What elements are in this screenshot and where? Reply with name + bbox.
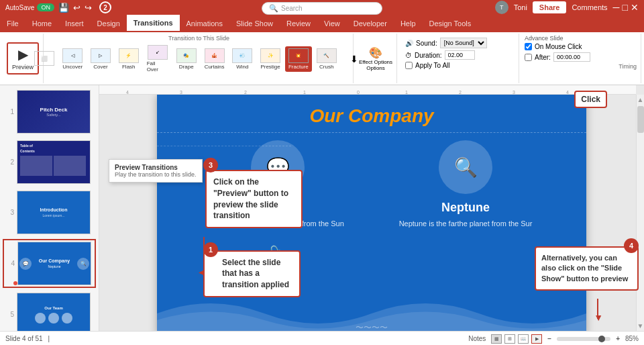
tab-review[interactable]: Review [280,15,317,32]
tab-design-tools[interactable]: Design Tools [423,15,478,32]
step1-text: Select the slide that has a transition a… [203,250,301,297]
title-bar-right: T Toni Share Comments ─ □ ✕ [495,1,639,14]
tab-animations[interactable]: Animations [180,15,229,32]
transition-fracture-label: Fracture [288,64,309,70]
slide-count: Slide 4 of 51 [5,335,43,342]
tab-file[interactable]: File [0,15,25,32]
transition-flash-icon: ⚡ [119,48,139,63]
preview-label: Preview [12,64,34,70]
scroll-thumb[interactable] [637,106,644,133]
duration-input[interactable] [445,50,475,60]
mouse-click-label: On Mouse Click [535,43,582,50]
notes-button[interactable]: Notes [468,335,486,342]
apply-all-checkbox[interactable] [405,62,413,69]
share-button[interactable]: Share [533,1,567,13]
toolbar-icon-undo[interactable]: ↩ [73,3,80,13]
tab-help[interactable]: Help [394,15,423,32]
sound-select[interactable]: [No Sound] [440,38,487,48]
transition-flash-label: Flash [122,64,136,70]
vertical-scrollbar[interactable]: ▲ ▼ [636,95,644,331]
comments-button[interactable]: Comments [572,3,607,11]
transition-fallover[interactable]: ↙ Fall Over [144,43,172,75]
autosave-state[interactable]: ON [37,3,54,11]
tab-insert[interactable]: Insert [58,15,91,32]
slide-thumb-2[interactable]: 2 Table of Contents [3,138,96,186]
tab-developer[interactable]: Developer [347,15,394,32]
transition-curtains-label: Curtains [205,64,225,70]
transition-crush[interactable]: 🔨 Crush [313,46,340,72]
tab-slideshow[interactable]: Slide Show [229,15,280,32]
normal-view-icon[interactable]: ▦ [491,334,502,344]
slide-thumb-5[interactable]: 5 Our Team [3,291,96,331]
zoom-slider[interactable] [557,337,610,341]
slide-sorter-icon[interactable]: ⊞ [504,334,515,344]
scroll-up-arrow[interactable]: ▲ [637,95,644,105]
transition-prestige[interactable]: ✨ Prestige [257,46,284,72]
step4-annotation: 4 Alternatively, you can also click on t… [535,241,639,291]
reading-view-icon[interactable]: 📖 [518,334,529,344]
transition-wind[interactable]: 💨 Wind [229,46,256,72]
transition-fallover-icon: ↙ [148,45,168,60]
transition-fracture[interactable]: 💥 Fracture [285,46,312,72]
slide-thumb-1[interactable]: 1 Pitch Deck Safety... [3,88,96,136]
transition-prestige-icon: ✨ [260,48,280,63]
after-checkbox[interactable] [525,54,532,61]
slide-image-4: 💬 Our Company Neptune 🔍 [17,242,91,285]
step3-badge: 3 [203,158,218,172]
tab-view[interactable]: View [317,15,347,32]
step4-arrow-head: ▼ [594,312,603,323]
preview-tooltip-subtitle: Play the transition to this slide. [115,171,197,178]
slide-image-1: Pitch Deck Safety... [17,90,91,134]
maximize-icon[interactable]: □ [623,2,628,13]
view-icons: ▦ ⊞ 📖 ▶ [491,334,542,344]
slide-image-2: Table of Contents [17,140,91,184]
mouse-click-checkbox[interactable] [525,43,532,50]
toolbar-icon-redo[interactable]: ↪ [85,3,92,13]
transition-none[interactable]: ⬜ [32,49,58,68]
transition-cover-icon: ▷ [91,48,111,63]
after-input[interactable] [553,52,590,62]
ruler: 4 3 2 1 0 1 2 3 4 [99,85,636,95]
transition-cover[interactable]: ▷ Cover [87,46,114,72]
user-name: Toni [514,3,527,11]
notes-label: | [48,335,50,342]
ribbon-group-effect: 🎨 Effect Options Options [355,34,397,83]
apply-all-label: Apply To All [415,62,450,69]
transition-wind-icon: 💨 [232,48,252,63]
autosave-toggle[interactable]: AutoSave ON [5,3,54,11]
search-bar[interactable]: 🔍 Search [262,2,382,15]
planet-neptune: 🔍 Neptune Neptune is the farthe planet f… [398,140,533,229]
effect-options-button[interactable]: 🎨 Effect Options Options [356,44,396,73]
slide-waves: 〜〜〜〜 [157,293,586,331]
neptune-desc: Neptune is the farthe planet from the Su… [399,219,533,229]
tab-design[interactable]: Design [91,15,127,32]
transition-fallover-label: Fall Over [147,60,168,72]
transition-curtains[interactable]: 🎪 Curtains [201,46,228,72]
zoom-plus[interactable]: + [616,335,620,342]
transition-fracture-icon: 💥 [288,48,309,63]
close-icon[interactable]: ✕ [631,2,639,13]
title-bar-center: 🔍 Search Safety... [92,3,495,11]
planet2-thumb: 🔍 [77,258,89,270]
transition-drape[interactable]: 🎭 Drape [173,46,200,72]
transition-uncover[interactable]: ◁ Uncover [59,46,86,72]
tab-home[interactable]: Home [25,15,58,32]
transition-crush-icon: 🔨 [317,48,337,63]
tab-transitions[interactable]: Transitions [127,15,180,32]
slide-thumb-3[interactable]: 3 Introduction Lorem ipsum... [3,189,96,236]
transition-flash[interactable]: ⚡ Flash [115,46,142,72]
toolbar-icon-save[interactable]: 💾 [58,3,69,13]
zoom-minus[interactable]: − [547,335,551,342]
ribbon-group-timing: Advance Slide On Mouse Click After: Timi… [521,34,641,83]
slide-thumb-4[interactable]: 4 💬 Our Company Neptune 🔍 [3,239,96,288]
slide-panel: 1 Pitch Deck Safety... 2 Table of Conten… [0,85,99,331]
neptune-name: Neptune [441,201,490,215]
zoom-thumb[interactable] [598,336,605,342]
slideshow-view-icon[interactable]: ▶ [531,334,542,344]
transition-buttons: ⬜ ◁ Uncover ▷ Cover ⚡ Flash ↙ Fall Ov [32,43,367,75]
minimize-icon[interactable]: ─ [613,2,620,13]
scroll-down-arrow[interactable]: ▼ [637,321,644,331]
after-row: After: [525,52,590,62]
num-badge-2: 2 [99,1,111,13]
sound-label: Sound: [416,40,437,47]
